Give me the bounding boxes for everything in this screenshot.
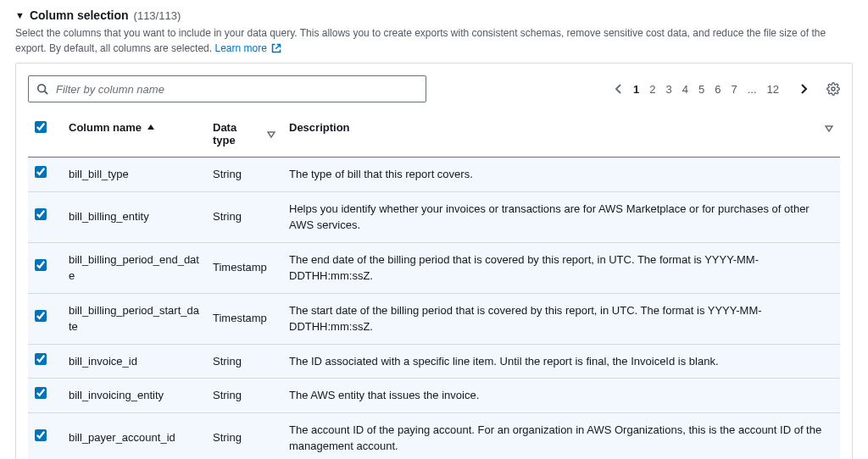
page-4[interactable]: 4 [682, 83, 688, 96]
search-input[interactable] [28, 75, 426, 102]
cell-column-name: bill_bill_type [69, 168, 129, 180]
search-icon [36, 83, 48, 95]
table-row: bill_billing_period_end_dateTimestampThe… [28, 242, 840, 293]
svg-point-0 [38, 85, 46, 92]
select-all-checkbox[interactable] [35, 121, 47, 133]
row-checkbox[interactable] [35, 259, 47, 271]
page-2[interactable]: 2 [649, 83, 655, 96]
table-row: bill_payer_account_idStringThe account I… [28, 412, 840, 459]
sort-neutral-icon[interactable] [267, 130, 275, 138]
header-description[interactable]: Description [289, 121, 350, 134]
cell-description: The AWS entity that issues the invoice. [289, 389, 479, 401]
sort-asc-icon[interactable] [147, 124, 155, 132]
cell-data-type: String [213, 431, 242, 444]
cell-description: The type of bill that this report covers… [289, 168, 473, 180]
section-title: Column selection [30, 8, 129, 22]
cell-data-type: String [213, 355, 242, 368]
cell-column-name: bill_payer_account_id [69, 431, 175, 444]
section-description: Select the columns that you want to incl… [15, 25, 853, 56]
cell-column-name: bill_billing_period_start_date [69, 304, 199, 334]
row-checkbox[interactable] [35, 208, 47, 220]
table-row: bill_invoice_idStringThe ID associated w… [28, 344, 840, 379]
columns-table: Column name Data type [28, 113, 840, 459]
page-ellipsis: ... [748, 83, 757, 96]
page-7[interactable]: 7 [731, 83, 737, 96]
table-row: bill_bill_typeStringThe type of bill tha… [28, 158, 840, 192]
cell-description: The end date of the billing period that … [289, 253, 759, 283]
column-selection-panel: 1234567...12 Column name [15, 63, 853, 459]
row-checkbox[interactable] [35, 310, 47, 322]
table-row: bill_billing_entityStringHelps you ident… [28, 191, 840, 242]
page-1[interactable]: 1 [633, 83, 639, 96]
header-data-type[interactable]: Data type [213, 121, 262, 147]
cell-data-type: Timestamp [213, 312, 267, 324]
settings-button[interactable] [826, 82, 840, 96]
cell-data-type: String [213, 389, 242, 401]
learn-more-link[interactable]: Learn more [214, 42, 281, 54]
cell-data-type: Timestamp [213, 261, 267, 274]
header-column-name[interactable]: Column name [69, 121, 142, 134]
cell-column-name: bill_billing_period_end_date [69, 253, 199, 283]
page-5[interactable]: 5 [698, 83, 704, 96]
cell-data-type: String [213, 210, 242, 223]
cell-data-type: String [213, 168, 242, 180]
cell-description: The start date of the billing period tha… [289, 304, 762, 334]
pagination: 1234567...12 [615, 82, 840, 96]
gear-icon [826, 82, 840, 96]
row-checkbox[interactable] [35, 166, 47, 178]
svg-point-1 [832, 87, 835, 91]
section-count: (113/113) [134, 9, 181, 22]
cell-column-name: bill_invoicing_entity [69, 389, 164, 401]
page-6[interactable]: 6 [715, 83, 721, 96]
external-link-icon [271, 43, 281, 53]
collapse-caret-icon[interactable]: ▼ [15, 10, 25, 20]
table-row: bill_invoicing_entityStringThe AWS entit… [28, 379, 840, 413]
cell-column-name: bill_invoice_id [69, 355, 137, 368]
sort-neutral-icon[interactable] [825, 124, 833, 132]
page-12[interactable]: 12 [767, 83, 779, 96]
cell-description: Helps you identify whether your invoices… [289, 202, 810, 232]
cell-description: The ID associated with a specific line i… [289, 355, 719, 368]
row-checkbox[interactable] [35, 429, 47, 441]
page-3[interactable]: 3 [666, 83, 672, 96]
row-checkbox[interactable] [35, 387, 47, 399]
table-row: bill_billing_period_start_dateTimestampT… [28, 293, 840, 344]
page-prev[interactable] [615, 83, 623, 95]
row-checkbox[interactable] [35, 353, 47, 365]
cell-column-name: bill_billing_entity [69, 210, 149, 223]
cell-description: The account ID of the paying account. Fo… [289, 423, 821, 453]
page-next[interactable] [799, 83, 808, 95]
